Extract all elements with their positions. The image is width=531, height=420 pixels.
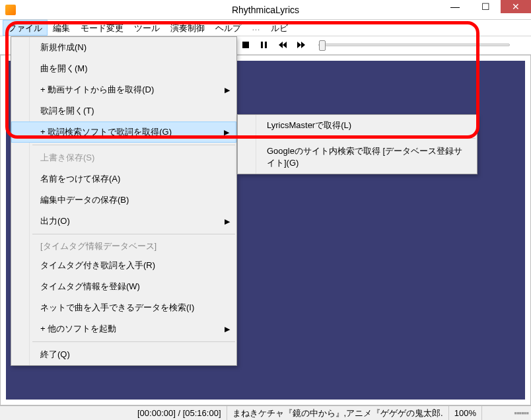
menu-separator	[32, 341, 235, 342]
menu-save-editing-data[interactable]: 編集中データの保存(B)	[11, 190, 236, 211]
window-title: RhythmicaLyrics	[232, 5, 299, 15]
menu-label: LyricsMasterで取得(L)	[267, 120, 351, 130]
svg-rect-2	[265, 42, 267, 48]
menu-get-lyrics-from-search-soft[interactable]: + 歌詞検索ソフトで歌詞を取得(G)▶	[11, 122, 236, 143]
title-bar: RhythmicaLyrics — ☐ ✕	[0, 0, 531, 20]
menu-separator	[259, 138, 476, 139]
app-icon	[5, 5, 16, 15]
minimize-button[interactable]: —	[440, 0, 470, 13]
maximize-button[interactable]: ☐	[470, 0, 501, 13]
menu-label: 終了(Q)	[40, 349, 70, 359]
stop-button[interactable]	[239, 39, 252, 51]
submenu-arrow-icon: ▶	[225, 325, 230, 333]
fastforward-button[interactable]	[295, 39, 308, 51]
menu-output[interactable]: 出力(O)▶	[11, 211, 236, 232]
menu-bar: ファイル 編集 モード変更 ツール 演奏制御 ヘルプ … ルビ	[0, 20, 531, 36]
menu-open-song[interactable]: 曲を開く(M)	[11, 58, 236, 79]
close-button[interactable]: ✕	[501, 0, 531, 13]
menu-help[interactable]: ヘルプ	[210, 20, 246, 36]
menu-label: タイムタグ付き歌詞を入手(R)	[40, 260, 155, 270]
menu-label: 新規作成(N)	[40, 42, 87, 52]
file-menu-dropdown: 新規作成(N) 曲を開く(M) + 動画サイトから曲を取得(D)▶ 歌詞を開く(…	[11, 36, 237, 366]
rewind-button[interactable]	[276, 39, 289, 51]
player-controls	[239, 39, 510, 51]
pause-icon	[261, 42, 267, 48]
lyrics-search-submenu: LyricsMasterで取得(L) Googleのサイト内検索で取得 [データ…	[237, 114, 478, 174]
menu-label: 名前をつけて保存(A)	[40, 174, 120, 184]
menu-label: 歌詞を開く(T)	[40, 106, 94, 116]
menu-label: 曲を開く(M)	[40, 63, 88, 73]
submenu-arrow-icon: ▶	[225, 86, 230, 94]
menu-ruby[interactable]: ルビ	[266, 20, 293, 36]
menu-edit[interactable]: 編集	[48, 20, 75, 36]
submenu-arrow-icon: ▶	[225, 217, 230, 226]
menu-label: タイムタグ情報を登録(W)	[40, 281, 140, 291]
menu-playback[interactable]: 演奏制御	[165, 20, 210, 36]
menu-register-timetag-info[interactable]: タイムタグ情報を登録(W)	[11, 276, 236, 297]
menu-open-lyrics[interactable]: 歌詞を開く(T)	[11, 100, 236, 122]
menu-file[interactable]: ファイル	[3, 20, 48, 36]
menu-overflow[interactable]: …	[246, 20, 266, 36]
menu-db-header: [タイムタグ情報データベース]	[11, 236, 236, 255]
window-buttons: — ☐ ✕	[440, 0, 531, 13]
menu-new[interactable]: 新規作成(N)	[11, 37, 236, 58]
submenu-arrow-icon: ▶	[224, 128, 229, 137]
submenu-google-site-search[interactable]: Googleのサイト内検索で取得 [データベース登録サイト](G)	[238, 141, 477, 174]
fastforward-icon	[297, 42, 305, 48]
menu-save-as[interactable]: 名前をつけて保存(A)	[11, 168, 236, 190]
seek-thumb[interactable]	[319, 40, 326, 51]
svg-rect-1	[261, 42, 263, 48]
menu-get-timetag-lyrics[interactable]: タイムタグ付き歌詞を入手(R)	[11, 255, 236, 276]
pause-button[interactable]	[258, 39, 271, 51]
seek-slider[interactable]	[318, 44, 510, 46]
menu-label: Googleのサイト内検索で取得 [データベース登録サイト](G)	[267, 146, 462, 168]
menu-tools[interactable]: ツール	[129, 20, 165, 36]
menu-separator	[32, 145, 235, 145]
svg-marker-5	[297, 42, 301, 48]
submenu-lyricsmaster[interactable]: LyricsMasterで取得(L)	[238, 115, 477, 136]
menu-label: + 他のソフトを起動	[40, 324, 116, 333]
status-bar: [00:00:00] / [05:16:00] まねきケチャ『鏡の中から』,アニ…	[0, 405, 531, 420]
menu-label: 出力(O)	[40, 216, 70, 226]
stop-icon	[242, 42, 249, 48]
menu-separator	[32, 234, 235, 234]
menu-launch-other-soft[interactable]: + 他のソフトを起動▶	[11, 318, 236, 339]
svg-marker-3	[279, 42, 283, 48]
menu-label: ネットで曲を入手できるデータを検索(I)	[40, 302, 194, 312]
menu-exit[interactable]: 終了(Q)	[11, 344, 236, 365]
rewind-icon	[279, 42, 287, 48]
menu-label: + 動画サイトから曲を取得(D)	[40, 85, 154, 94]
menu-label: [タイムタグ情報データベース]	[40, 241, 157, 251]
resize-grip-icon[interactable]: ▪▪▪▪▪▪	[511, 408, 531, 418]
status-info: まねきケチャ『鏡の中から』,アニメ『ゲゲゲの鬼太郎.	[227, 406, 449, 420]
menu-get-from-video-site[interactable]: + 動画サイトから曲を取得(D)▶	[11, 79, 236, 100]
status-zoom: 100%	[449, 406, 482, 420]
menu-search-net-data[interactable]: ネットで曲を入手できるデータを検索(I)	[11, 297, 236, 318]
status-time: [00:00:00] / [05:16:00]	[132, 406, 227, 420]
svg-rect-0	[242, 42, 249, 48]
menu-label: + 歌詞検索ソフトで歌詞を取得(G)	[40, 127, 172, 137]
svg-marker-6	[301, 42, 305, 48]
menu-save-overwrite: 上書き保存(S)	[11, 147, 236, 168]
svg-marker-4	[283, 42, 287, 48]
menu-mode[interactable]: モード変更	[75, 20, 129, 36]
menu-label: 編集中データの保存(B)	[40, 195, 129, 205]
menu-label: 上書き保存(S)	[40, 153, 94, 162]
